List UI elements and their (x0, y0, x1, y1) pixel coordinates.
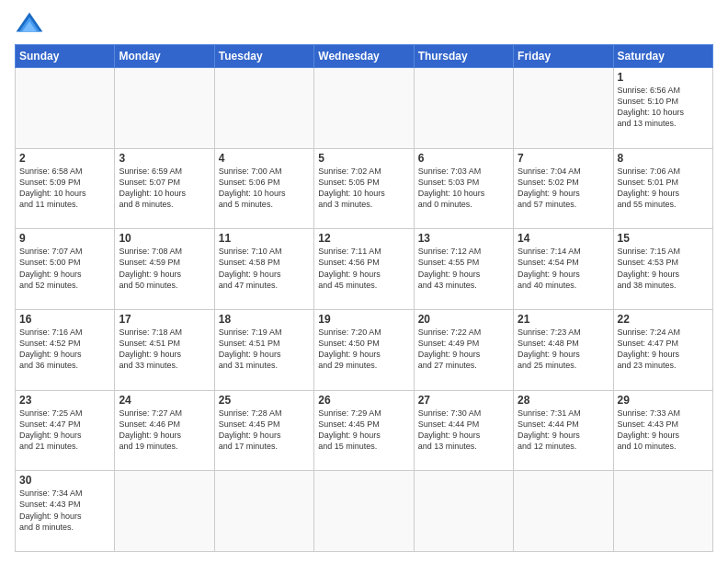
table-row: 3Sunrise: 6:59 AM Sunset: 5:07 PM Daylig… (115, 148, 214, 229)
day-number: 25 (219, 394, 310, 407)
day-info: Sunrise: 7:29 AM Sunset: 4:45 PM Dayligh… (318, 408, 409, 453)
day-number: 7 (518, 152, 609, 165)
day-number: 21 (518, 313, 609, 326)
logo-icon (15, 11, 44, 37)
day-info: Sunrise: 7:19 AM Sunset: 4:51 PM Dayligh… (219, 327, 310, 372)
table-row: 26Sunrise: 7:29 AM Sunset: 4:45 PM Dayli… (314, 390, 414, 471)
col-monday: Monday (115, 45, 214, 68)
logo (15, 11, 48, 37)
col-thursday: Thursday (414, 45, 513, 68)
day-number: 15 (618, 232, 709, 245)
header (15, 11, 713, 37)
day-number: 26 (318, 394, 409, 407)
day-number: 19 (318, 313, 409, 326)
table-row: 25Sunrise: 7:28 AM Sunset: 4:45 PM Dayli… (214, 390, 313, 471)
day-info: Sunrise: 7:00 AM Sunset: 5:06 PM Dayligh… (219, 166, 310, 211)
day-number: 1 (618, 71, 709, 84)
day-info: Sunrise: 7:24 AM Sunset: 4:47 PM Dayligh… (618, 327, 709, 372)
table-row: 28Sunrise: 7:31 AM Sunset: 4:44 PM Dayli… (514, 390, 613, 471)
day-number: 28 (518, 394, 609, 407)
day-number: 23 (19, 394, 110, 407)
page: Sunday Monday Tuesday Wednesday Thursday… (0, 0, 728, 563)
table-row (214, 68, 313, 149)
day-number: 22 (618, 313, 709, 326)
day-number: 4 (219, 152, 310, 165)
table-row (414, 471, 513, 552)
calendar: Sunday Monday Tuesday Wednesday Thursday… (15, 44, 713, 552)
col-friday: Friday (514, 45, 613, 68)
table-row (514, 68, 613, 149)
col-tuesday: Tuesday (214, 45, 313, 68)
day-number: 13 (418, 232, 509, 245)
day-number: 12 (318, 232, 409, 245)
table-row: 27Sunrise: 7:30 AM Sunset: 4:44 PM Dayli… (414, 390, 513, 471)
table-row: 12Sunrise: 7:11 AM Sunset: 4:56 PM Dayli… (314, 229, 414, 310)
day-info: Sunrise: 6:59 AM Sunset: 5:07 PM Dayligh… (119, 166, 210, 211)
table-row: 6Sunrise: 7:03 AM Sunset: 5:03 PM Daylig… (414, 148, 513, 229)
day-info: Sunrise: 7:30 AM Sunset: 4:44 PM Dayligh… (418, 408, 509, 453)
day-info: Sunrise: 7:22 AM Sunset: 4:49 PM Dayligh… (418, 327, 509, 372)
day-number: 29 (618, 394, 709, 407)
table-row: 24Sunrise: 7:27 AM Sunset: 4:46 PM Dayli… (115, 390, 214, 471)
table-row: 30Sunrise: 7:34 AM Sunset: 4:43 PM Dayli… (16, 471, 115, 552)
day-info: Sunrise: 7:20 AM Sunset: 4:50 PM Dayligh… (318, 327, 409, 372)
day-number: 3 (119, 152, 210, 165)
table-row: 14Sunrise: 7:14 AM Sunset: 4:54 PM Dayli… (514, 229, 613, 310)
day-info: Sunrise: 7:23 AM Sunset: 4:48 PM Dayligh… (518, 327, 609, 372)
day-info: Sunrise: 7:08 AM Sunset: 4:59 PM Dayligh… (119, 246, 210, 291)
day-number: 11 (219, 232, 310, 245)
day-number: 2 (19, 152, 110, 165)
day-number: 17 (119, 313, 210, 326)
table-row: 15Sunrise: 7:15 AM Sunset: 4:53 PM Dayli… (613, 229, 712, 310)
table-row: 22Sunrise: 7:24 AM Sunset: 4:47 PM Dayli… (613, 309, 712, 390)
calendar-week-row: 2Sunrise: 6:58 AM Sunset: 5:09 PM Daylig… (16, 148, 713, 229)
day-number: 14 (518, 232, 609, 245)
day-number: 8 (618, 152, 709, 165)
day-info: Sunrise: 7:11 AM Sunset: 4:56 PM Dayligh… (318, 246, 409, 291)
table-row: 8Sunrise: 7:06 AM Sunset: 5:01 PM Daylig… (613, 148, 712, 229)
day-info: Sunrise: 6:58 AM Sunset: 5:09 PM Dayligh… (19, 166, 110, 211)
day-info: Sunrise: 7:12 AM Sunset: 4:55 PM Dayligh… (418, 246, 509, 291)
day-info: Sunrise: 7:04 AM Sunset: 5:02 PM Dayligh… (518, 166, 609, 211)
table-row: 18Sunrise: 7:19 AM Sunset: 4:51 PM Dayli… (214, 309, 313, 390)
table-row (16, 68, 115, 149)
col-wednesday: Wednesday (314, 45, 414, 68)
day-number: 5 (318, 152, 409, 165)
table-row (314, 68, 414, 149)
table-row: 1Sunrise: 6:56 AM Sunset: 5:10 PM Daylig… (613, 68, 712, 149)
day-info: Sunrise: 7:10 AM Sunset: 4:58 PM Dayligh… (219, 246, 310, 291)
table-row: 19Sunrise: 7:20 AM Sunset: 4:50 PM Dayli… (314, 309, 414, 390)
calendar-week-row: 30Sunrise: 7:34 AM Sunset: 4:43 PM Dayli… (16, 471, 713, 552)
day-number: 9 (19, 232, 110, 245)
table-row (414, 68, 513, 149)
calendar-week-row: 16Sunrise: 7:16 AM Sunset: 4:52 PM Dayli… (16, 309, 713, 390)
table-row: 10Sunrise: 7:08 AM Sunset: 4:59 PM Dayli… (115, 229, 214, 310)
day-info: Sunrise: 7:06 AM Sunset: 5:01 PM Dayligh… (618, 166, 709, 211)
day-info: Sunrise: 7:28 AM Sunset: 4:45 PM Dayligh… (219, 408, 310, 453)
calendar-header-row: Sunday Monday Tuesday Wednesday Thursday… (16, 45, 713, 68)
day-info: Sunrise: 7:14 AM Sunset: 4:54 PM Dayligh… (518, 246, 609, 291)
table-row (115, 68, 214, 149)
table-row: 13Sunrise: 7:12 AM Sunset: 4:55 PM Dayli… (414, 229, 513, 310)
calendar-week-row: 23Sunrise: 7:25 AM Sunset: 4:47 PM Dayli… (16, 390, 713, 471)
calendar-week-row: 9Sunrise: 7:07 AM Sunset: 5:00 PM Daylig… (16, 229, 713, 310)
day-number: 6 (418, 152, 509, 165)
table-row: 21Sunrise: 7:23 AM Sunset: 4:48 PM Dayli… (514, 309, 613, 390)
table-row (514, 471, 613, 552)
day-info: Sunrise: 7:03 AM Sunset: 5:03 PM Dayligh… (418, 166, 509, 211)
table-row: 4Sunrise: 7:00 AM Sunset: 5:06 PM Daylig… (214, 148, 313, 229)
calendar-week-row: 1Sunrise: 6:56 AM Sunset: 5:10 PM Daylig… (16, 68, 713, 149)
table-row: 5Sunrise: 7:02 AM Sunset: 5:05 PM Daylig… (314, 148, 414, 229)
table-row: 2Sunrise: 6:58 AM Sunset: 5:09 PM Daylig… (16, 148, 115, 229)
table-row: 17Sunrise: 7:18 AM Sunset: 4:51 PM Dayli… (115, 309, 214, 390)
day-info: Sunrise: 7:02 AM Sunset: 5:05 PM Dayligh… (318, 166, 409, 211)
day-number: 27 (418, 394, 509, 407)
day-number: 24 (119, 394, 210, 407)
table-row: 23Sunrise: 7:25 AM Sunset: 4:47 PM Dayli… (16, 390, 115, 471)
table-row: 29Sunrise: 7:33 AM Sunset: 4:43 PM Dayli… (613, 390, 712, 471)
table-row: 9Sunrise: 7:07 AM Sunset: 5:00 PM Daylig… (16, 229, 115, 310)
day-info: Sunrise: 7:34 AM Sunset: 4:43 PM Dayligh… (19, 488, 110, 533)
day-number: 10 (119, 232, 210, 245)
table-row (613, 471, 712, 552)
table-row: 11Sunrise: 7:10 AM Sunset: 4:58 PM Dayli… (214, 229, 313, 310)
